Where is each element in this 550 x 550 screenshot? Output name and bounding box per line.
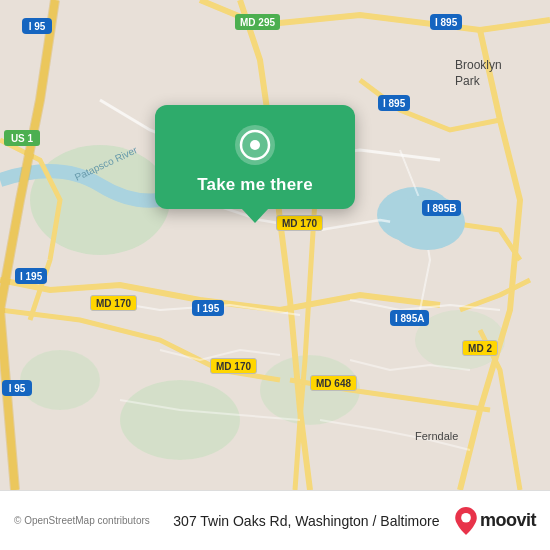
address-line: 307 Twin Oaks Rd, Washington / Baltimore — [158, 513, 455, 529]
badge-us1: US 1 — [4, 130, 40, 146]
location-pin-icon — [233, 123, 277, 167]
moovit-pin-icon — [455, 507, 477, 535]
badge-md170-top: MD 170 — [276, 215, 323, 231]
badge-i95-bot: I 95 — [2, 380, 32, 396]
label-ferndale: Ferndale — [415, 430, 458, 442]
badge-i195: I 195 — [15, 268, 47, 284]
footer-bar: © OpenStreetMap contributors 307 Twin Oa… — [0, 490, 550, 550]
moovit-brand-text: moovit — [480, 510, 536, 531]
badge-md170-mid: MD 170 — [90, 295, 137, 311]
badge-i895b: I 895B — [422, 200, 461, 216]
map-container: I 95 MD 295 I 895 US 1 I 895 I 895B I 19… — [0, 0, 550, 490]
badge-i895-mid: I 895 — [378, 95, 410, 111]
badge-i195-right: I 195 — [192, 300, 224, 316]
svg-point-4 — [20, 350, 100, 410]
moovit-logo: moovit — [455, 507, 536, 535]
badge-md170-bot: MD 170 — [210, 358, 257, 374]
badge-i895a: I 895A — [390, 310, 429, 326]
label-brooklyn-park: BrooklynPark — [455, 58, 502, 89]
svg-point-9 — [250, 140, 260, 150]
location-popup[interactable]: Take me there — [155, 105, 355, 209]
badge-md295: MD 295 — [235, 14, 280, 30]
svg-point-10 — [461, 512, 471, 522]
badge-i895: I 895 — [430, 14, 462, 30]
take-me-there-label: Take me there — [197, 175, 313, 195]
badge-md2: MD 2 — [462, 340, 498, 356]
badge-i95-top: I 95 — [22, 18, 52, 34]
svg-point-2 — [120, 380, 240, 460]
osm-credit: © OpenStreetMap contributors — [14, 515, 150, 526]
badge-md648: MD 648 — [310, 375, 357, 391]
